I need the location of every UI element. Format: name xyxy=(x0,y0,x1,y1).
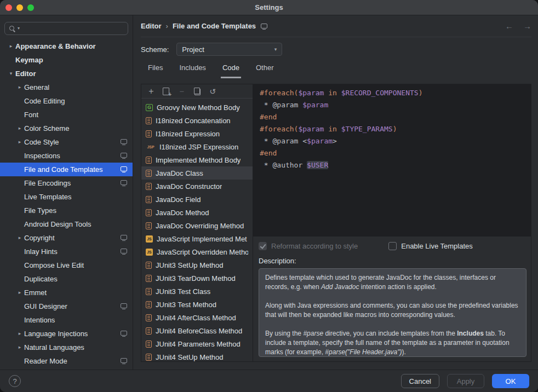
sidebar-item-live-templates[interactable]: Live Templates xyxy=(0,190,133,204)
chevron-down-icon[interactable]: ▾ xyxy=(7,71,15,76)
tab-includes[interactable]: Includes xyxy=(178,61,207,78)
template-item-javascript-overridden-metho[interactable]: JSJavaScript Overridden Metho xyxy=(141,245,253,258)
template-item-junit4-parameters-method[interactable]: JUnit4 Parameters Method xyxy=(141,337,253,350)
code-editor[interactable]: #foreach($param in $RECORD_COMPONENTS) *… xyxy=(253,84,531,237)
template-item-junit3-setup-method[interactable]: JUnit3 SetUp Method xyxy=(141,258,253,272)
sidebar-item-code-style[interactable]: ▸Code Style xyxy=(0,135,133,149)
template-list-toolbar xyxy=(141,84,253,99)
template-list: GGroovy New Method BodyI18nized Concaten… xyxy=(141,99,253,361)
reset-icon[interactable] xyxy=(208,87,217,96)
chevron-right-icon[interactable]: ▸ xyxy=(15,140,24,145)
tab-code[interactable]: Code xyxy=(221,61,241,78)
description-label: Description: xyxy=(253,254,531,268)
chevron-right-icon[interactable]: ▸ xyxy=(15,331,24,336)
cancel-button[interactable]: Cancel xyxy=(401,374,439,388)
sidebar-item-editor[interactable]: ▾Editor xyxy=(0,67,133,80)
template-item-label: JUnit3 Test Class xyxy=(156,287,210,296)
sidebar-item-font[interactable]: Font xyxy=(0,108,133,122)
back-button[interactable]: ← xyxy=(505,21,513,31)
remove-icon[interactable] xyxy=(178,87,186,96)
titlebar[interactable]: Settings xyxy=(0,0,538,15)
close-button[interactable] xyxy=(5,4,12,11)
template-item-i18nized-jsp-expression[interactable]: JSPI18nized JSP Expression xyxy=(141,140,253,153)
template-item-groovy-new-method-body[interactable]: GGroovy New Method Body xyxy=(141,101,253,114)
sidebar-item-label: General xyxy=(24,83,49,91)
checkbox-icon[interactable] xyxy=(388,242,397,250)
template-item-junit4-afterclass-method[interactable]: JUnit4 AfterClass Method xyxy=(141,311,253,324)
sidebar-item-language-injections[interactable]: ▸Language Injections xyxy=(0,327,133,341)
sidebar-item-color-scheme[interactable]: ▸Color Scheme xyxy=(0,122,133,135)
create-template-icon[interactable] xyxy=(162,87,171,96)
forward-button[interactable]: → xyxy=(523,21,531,31)
copy-icon[interactable] xyxy=(193,87,202,96)
chevron-right-icon[interactable]: ▸ xyxy=(15,345,24,350)
template-item-junit4-setup-method[interactable]: JUnit4 SetUp Method xyxy=(141,350,253,361)
sidebar-item-code-editing[interactable]: Code Editing xyxy=(0,94,133,108)
template-item-label: I18nized Expression xyxy=(156,130,220,138)
template-item-label: Implemented Method Body xyxy=(156,156,241,164)
ok-button[interactable]: OK xyxy=(492,374,529,388)
monitor-icon xyxy=(121,303,127,308)
template-item-javadoc-class[interactable]: JavaDoc Class xyxy=(141,166,253,180)
sidebar-item-emmet[interactable]: ▸Emmet xyxy=(0,286,133,299)
template-item-javadoc-overriding-method[interactable]: JavaDoc Overriding Method xyxy=(141,219,253,232)
search-history-chevron-icon[interactable]: ▾ xyxy=(18,26,20,31)
template-item-i18nized-expression[interactable]: I18nized Expression xyxy=(141,127,253,140)
template-item-i18nized-concatenation[interactable]: I18nized Concatenation xyxy=(141,114,253,127)
sidebar-item-duplicates[interactable]: Duplicates xyxy=(0,272,133,286)
add-icon[interactable] xyxy=(147,87,156,96)
sidebar-item-android-design-tools[interactable]: Android Design Tools xyxy=(0,217,133,231)
chevron-right-icon[interactable]: ▸ xyxy=(15,290,24,295)
sidebar-item-label: File Encodings xyxy=(24,179,71,187)
chevron-right-icon[interactable]: ▸ xyxy=(15,235,24,240)
jsp-file-icon: JSP xyxy=(146,143,156,151)
template-item-implemented-method-body[interactable]: Implemented Method Body xyxy=(141,153,253,166)
search-input[interactable]: ▾ xyxy=(4,22,128,35)
template-item-junit3-test-class[interactable]: JUnit3 Test Class xyxy=(141,285,253,298)
sidebar-item-file-types[interactable]: File Types xyxy=(0,204,133,217)
template-item-javadoc-method[interactable]: JavaDoc Method xyxy=(141,206,253,219)
sidebar-item-file-encodings[interactable]: File Encodings xyxy=(0,176,133,190)
sidebar-item-inspections[interactable]: Inspections xyxy=(0,149,133,163)
sidebar-item-compose-live-edit[interactable]: Compose Live Edit xyxy=(0,258,133,272)
apply-button[interactable]: Apply xyxy=(447,374,484,388)
sidebar-item-label: Intentions xyxy=(24,316,55,324)
zoom-button[interactable] xyxy=(27,4,34,11)
js-file-icon: JS xyxy=(146,249,153,256)
code-line: #end xyxy=(260,147,524,159)
sidebar-item-inlay-hints[interactable]: Inlay Hints xyxy=(0,245,133,258)
sidebar-item-copyright[interactable]: ▸Copyright xyxy=(0,231,133,245)
sidebar-item-intentions[interactable]: Intentions xyxy=(0,313,133,327)
sidebar-item-file-and-code-templates[interactable]: File and Code Templates xyxy=(0,163,133,176)
code-line: * @author $USER xyxy=(260,159,524,171)
chevron-right-icon[interactable]: ▸ xyxy=(15,126,24,131)
code-line: * @param $param xyxy=(260,99,524,111)
settings-window: Settings ▾ ▸Appearance & BehaviorKeymap▾… xyxy=(0,0,538,392)
template-file-icon xyxy=(146,314,152,321)
chevron-right-icon[interactable]: ▸ xyxy=(7,44,15,49)
sidebar-item-appearance-behavior[interactable]: ▸Appearance & Behavior xyxy=(0,39,133,53)
minimize-button[interactable] xyxy=(16,4,23,11)
chevron-right-icon[interactable]: ▸ xyxy=(15,85,24,90)
template-item-junit3-test-method[interactable]: JUnit3 Test Method xyxy=(141,298,253,311)
sidebar-item-reader-mode[interactable]: Reader Mode xyxy=(0,354,133,368)
sidebar-item-gui-designer[interactable]: GUI Designer xyxy=(0,299,133,313)
help-button[interactable]: ? xyxy=(9,375,21,387)
breadcrumb-editor[interactable]: Editor xyxy=(141,22,162,30)
enable-live-templates-checkbox[interactable]: Enable Live Templates xyxy=(388,242,473,250)
tab-other[interactable]: Other xyxy=(254,61,276,78)
sidebar-item-natural-languages[interactable]: ▸Natural Languages xyxy=(0,341,133,354)
code-line: #foreach($param in $RECORD_COMPONENTS) xyxy=(260,87,524,99)
scheme-select[interactable]: Project ▾ xyxy=(176,43,282,56)
sidebar-item-general[interactable]: ▸General xyxy=(0,80,133,94)
template-item-junit3-teardown-method[interactable]: JUnit3 TearDown Method xyxy=(141,272,253,285)
template-item-junit4-beforeclass-method[interactable]: JUnit4 BeforeClass Method xyxy=(141,324,253,337)
sidebar-item-label: Code Editing xyxy=(24,97,65,105)
template-item-javadoc-field[interactable]: JavaDoc Field xyxy=(141,193,253,206)
template-item-javadoc-constructor[interactable]: JavaDoc Constructor xyxy=(141,180,253,193)
sidebar-item-keymap[interactable]: Keymap xyxy=(0,53,133,67)
sidebar-item-label: Font xyxy=(24,111,38,119)
tab-files[interactable]: Files xyxy=(146,61,164,78)
template-item-javascript-implemented-met[interactable]: JSJavaScript Implemented Met xyxy=(141,232,253,245)
monitor-icon xyxy=(121,180,127,185)
